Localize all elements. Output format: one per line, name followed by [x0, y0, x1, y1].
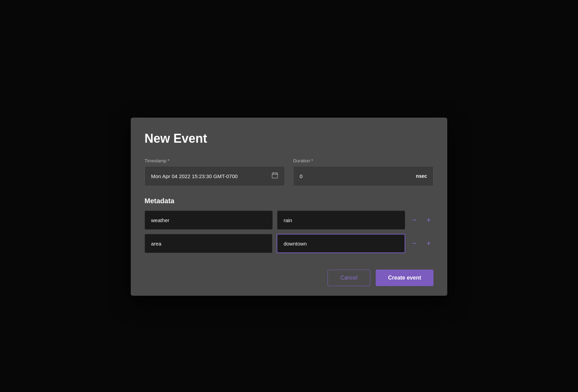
calendar-icon: [271, 172, 278, 181]
metadata-key-1[interactable]: [144, 234, 272, 253]
metadata-section: Metadata − + − +: [144, 197, 434, 253]
metadata-add-1[interactable]: +: [424, 238, 434, 249]
timestamp-field[interactable]: [144, 166, 285, 186]
duration-field[interactable]: nsec: [293, 166, 434, 186]
duration-label: Duration *: [293, 158, 434, 163]
metadata-key-0[interactable]: [144, 210, 273, 230]
timestamp-input[interactable]: [151, 173, 271, 179]
metadata-row-1: − +: [144, 234, 434, 253]
duration-unit: nsec: [416, 173, 427, 179]
form-row-timestamp-duration: Timestamp * Duration * nsec: [144, 158, 434, 186]
cancel-button[interactable]: Cancel: [328, 270, 370, 286]
create-event-button-modal[interactable]: Create event: [376, 270, 434, 286]
metadata-value-1[interactable]: [277, 234, 405, 253]
metadata-remove-1[interactable]: −: [409, 238, 419, 249]
metadata-value-0[interactable]: [277, 210, 405, 230]
metadata-title: Metadata: [144, 197, 434, 205]
timestamp-label: Timestamp *: [144, 158, 285, 163]
modal-title: New Event: [144, 131, 434, 146]
metadata-add-0[interactable]: +: [424, 214, 434, 226]
duration-input[interactable]: [300, 173, 416, 179]
new-event-modal: New Event Timestamp * Duration *: [131, 118, 447, 296]
duration-group: Duration * nsec: [293, 158, 434, 186]
metadata-remove-0[interactable]: −: [409, 214, 419, 226]
timestamp-group: Timestamp *: [144, 158, 285, 186]
svg-rect-0: [272, 173, 278, 178]
metadata-row-0: − +: [144, 210, 434, 230]
modal-footer: Cancel Create event: [144, 261, 434, 296]
